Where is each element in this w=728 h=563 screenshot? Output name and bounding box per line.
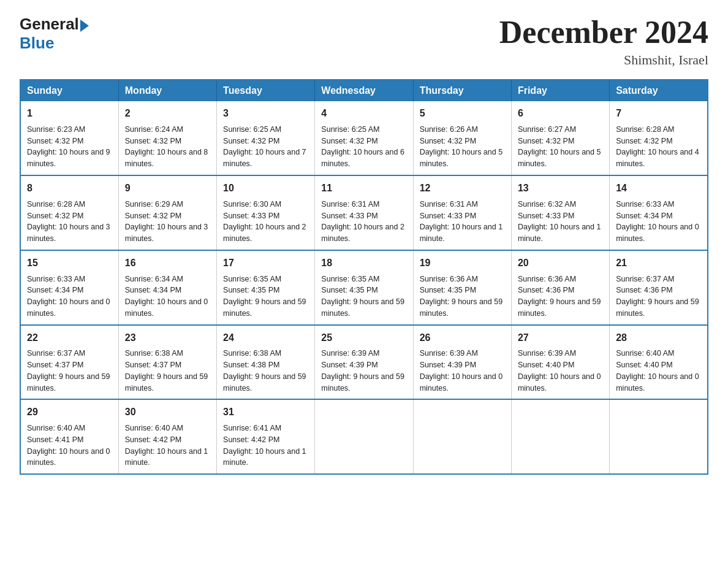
calendar-cell: 26 Sunrise: 6:39 AMSunset: 4:39 PMDaylig… (413, 325, 511, 400)
day-info: Sunrise: 6:34 AMSunset: 4:34 PMDaylight:… (125, 274, 210, 320)
day-number: 15 (27, 256, 112, 271)
calendar-cell: 18 Sunrise: 6:35 AMSunset: 4:35 PMDaylig… (315, 250, 413, 325)
day-number: 16 (125, 256, 210, 271)
calendar-cell: 7 Sunrise: 6:28 AMSunset: 4:32 PMDayligh… (610, 101, 708, 175)
calendar-cell: 4 Sunrise: 6:25 AMSunset: 4:32 PMDayligh… (315, 101, 413, 175)
day-number: 29 (27, 405, 112, 420)
calendar-cell (610, 399, 708, 474)
calendar-cell: 2 Sunrise: 6:24 AMSunset: 4:32 PMDayligh… (118, 101, 216, 175)
calendar-cell: 25 Sunrise: 6:39 AMSunset: 4:39 PMDaylig… (315, 325, 413, 400)
day-number: 25 (321, 331, 406, 346)
location-title: Shimshit, Israel (499, 52, 708, 68)
day-number: 26 (420, 331, 505, 346)
day-info: Sunrise: 6:29 AMSunset: 4:32 PMDaylight:… (125, 199, 210, 245)
day-info: Sunrise: 6:39 AMSunset: 4:39 PMDaylight:… (321, 348, 406, 394)
day-number: 5 (420, 106, 505, 121)
logo-blue-text: Blue (20, 34, 54, 53)
day-number: 13 (518, 181, 603, 196)
calendar-cell: 28 Sunrise: 6:40 AMSunset: 4:40 PMDaylig… (610, 325, 708, 400)
calendar-cell: 30 Sunrise: 6:40 AMSunset: 4:42 PMDaylig… (118, 399, 216, 474)
day-info: Sunrise: 6:35 AMSunset: 4:35 PMDaylight:… (223, 274, 308, 320)
day-info: Sunrise: 6:23 AMSunset: 4:32 PMDaylight:… (27, 124, 112, 170)
day-info: Sunrise: 6:28 AMSunset: 4:32 PMDaylight:… (27, 199, 112, 245)
day-number: 30 (125, 405, 210, 420)
day-info: Sunrise: 6:24 AMSunset: 4:32 PMDaylight:… (125, 124, 210, 170)
page-header: General Blue December 2024 Shimshit, Isr… (20, 15, 708, 68)
day-number: 8 (27, 181, 112, 196)
calendar-cell: 1 Sunrise: 6:23 AMSunset: 4:32 PMDayligh… (20, 101, 118, 175)
calendar-cell: 16 Sunrise: 6:34 AMSunset: 4:34 PMDaylig… (118, 250, 216, 325)
calendar-week-row: 29 Sunrise: 6:40 AMSunset: 4:41 PMDaylig… (20, 399, 708, 474)
header-thursday: Thursday (413, 80, 511, 101)
day-info: Sunrise: 6:40 AMSunset: 4:42 PMDaylight:… (125, 423, 210, 469)
day-info: Sunrise: 6:28 AMSunset: 4:32 PMDaylight:… (616, 124, 701, 170)
day-info: Sunrise: 6:40 AMSunset: 4:41 PMDaylight:… (27, 423, 112, 469)
header-monday: Monday (118, 80, 216, 101)
day-number: 14 (616, 181, 701, 196)
calendar-cell: 27 Sunrise: 6:39 AMSunset: 4:40 PMDaylig… (511, 325, 609, 400)
calendar-cell: 17 Sunrise: 6:35 AMSunset: 4:35 PMDaylig… (217, 250, 315, 325)
calendar-cell: 23 Sunrise: 6:38 AMSunset: 4:37 PMDaylig… (118, 325, 216, 400)
calendar-cell: 11 Sunrise: 6:31 AMSunset: 4:33 PMDaylig… (315, 175, 413, 250)
day-info: Sunrise: 6:27 AMSunset: 4:32 PMDaylight:… (518, 124, 603, 170)
day-number: 17 (223, 256, 308, 271)
day-info: Sunrise: 6:37 AMSunset: 4:36 PMDaylight:… (616, 274, 701, 320)
calendar-cell: 6 Sunrise: 6:27 AMSunset: 4:32 PMDayligh… (511, 101, 609, 175)
header-row: SundayMondayTuesdayWednesdayThursdayFrid… (20, 80, 708, 101)
day-info: Sunrise: 6:30 AMSunset: 4:33 PMDaylight:… (223, 199, 308, 245)
day-number: 18 (321, 256, 406, 271)
logo-general-text: General (20, 15, 79, 34)
day-number: 20 (518, 256, 603, 271)
title-area: December 2024 Shimshit, Israel (499, 15, 708, 68)
header-sunday: Sunday (20, 80, 118, 101)
day-info: Sunrise: 6:35 AMSunset: 4:35 PMDaylight:… (321, 274, 406, 320)
day-info: Sunrise: 6:37 AMSunset: 4:37 PMDaylight:… (27, 348, 112, 394)
calendar-cell: 8 Sunrise: 6:28 AMSunset: 4:32 PMDayligh… (20, 175, 118, 250)
day-number: 4 (321, 106, 406, 121)
calendar-week-row: 15 Sunrise: 6:33 AMSunset: 4:34 PMDaylig… (20, 250, 708, 325)
day-info: Sunrise: 6:40 AMSunset: 4:40 PMDaylight:… (616, 348, 701, 394)
day-info: Sunrise: 6:36 AMSunset: 4:35 PMDaylight:… (420, 274, 505, 320)
calendar-cell (315, 399, 413, 474)
calendar-cell (511, 399, 609, 474)
calendar-cell: 29 Sunrise: 6:40 AMSunset: 4:41 PMDaylig… (20, 399, 118, 474)
calendar-cell: 12 Sunrise: 6:31 AMSunset: 4:33 PMDaylig… (413, 175, 511, 250)
calendar-cell: 15 Sunrise: 6:33 AMSunset: 4:34 PMDaylig… (20, 250, 118, 325)
day-info: Sunrise: 6:41 AMSunset: 4:42 PMDaylight:… (223, 423, 308, 469)
day-info: Sunrise: 6:38 AMSunset: 4:38 PMDaylight:… (223, 348, 308, 394)
day-number: 10 (223, 181, 308, 196)
calendar-cell: 14 Sunrise: 6:33 AMSunset: 4:34 PMDaylig… (610, 175, 708, 250)
logo: General Blue (20, 15, 89, 53)
day-info: Sunrise: 6:32 AMSunset: 4:33 PMDaylight:… (518, 199, 603, 245)
calendar-week-row: 22 Sunrise: 6:37 AMSunset: 4:37 PMDaylig… (20, 325, 708, 400)
day-info: Sunrise: 6:33 AMSunset: 4:34 PMDaylight:… (616, 199, 701, 245)
header-wednesday: Wednesday (315, 80, 413, 101)
day-info: Sunrise: 6:25 AMSunset: 4:32 PMDaylight:… (223, 124, 308, 170)
day-number: 19 (420, 256, 505, 271)
calendar-cell: 5 Sunrise: 6:26 AMSunset: 4:32 PMDayligh… (413, 101, 511, 175)
calendar-cell: 19 Sunrise: 6:36 AMSunset: 4:35 PMDaylig… (413, 250, 511, 325)
calendar-cell: 13 Sunrise: 6:32 AMSunset: 4:33 PMDaylig… (511, 175, 609, 250)
day-info: Sunrise: 6:36 AMSunset: 4:36 PMDaylight:… (518, 274, 603, 320)
day-number: 2 (125, 106, 210, 121)
day-number: 21 (616, 256, 701, 271)
day-number: 23 (125, 331, 210, 346)
day-info: Sunrise: 6:33 AMSunset: 4:34 PMDaylight:… (27, 274, 112, 320)
day-number: 9 (125, 181, 210, 196)
day-number: 24 (223, 331, 308, 346)
calendar-week-row: 8 Sunrise: 6:28 AMSunset: 4:32 PMDayligh… (20, 175, 708, 250)
calendar-cell: 22 Sunrise: 6:37 AMSunset: 4:37 PMDaylig… (20, 325, 118, 400)
day-info: Sunrise: 6:25 AMSunset: 4:32 PMDaylight:… (321, 124, 406, 170)
day-number: 28 (616, 331, 701, 346)
calendar-table: SundayMondayTuesdayWednesdayThursdayFrid… (20, 79, 708, 475)
day-number: 27 (518, 331, 603, 346)
day-info: Sunrise: 6:31 AMSunset: 4:33 PMDaylight:… (420, 199, 505, 245)
header-friday: Friday (511, 80, 609, 101)
calendar-cell: 20 Sunrise: 6:36 AMSunset: 4:36 PMDaylig… (511, 250, 609, 325)
day-info: Sunrise: 6:31 AMSunset: 4:33 PMDaylight:… (321, 199, 406, 245)
day-info: Sunrise: 6:38 AMSunset: 4:37 PMDaylight:… (125, 348, 210, 394)
day-info: Sunrise: 6:39 AMSunset: 4:40 PMDaylight:… (518, 348, 603, 394)
day-number: 11 (321, 181, 406, 196)
calendar-cell (413, 399, 511, 474)
day-number: 12 (420, 181, 505, 196)
